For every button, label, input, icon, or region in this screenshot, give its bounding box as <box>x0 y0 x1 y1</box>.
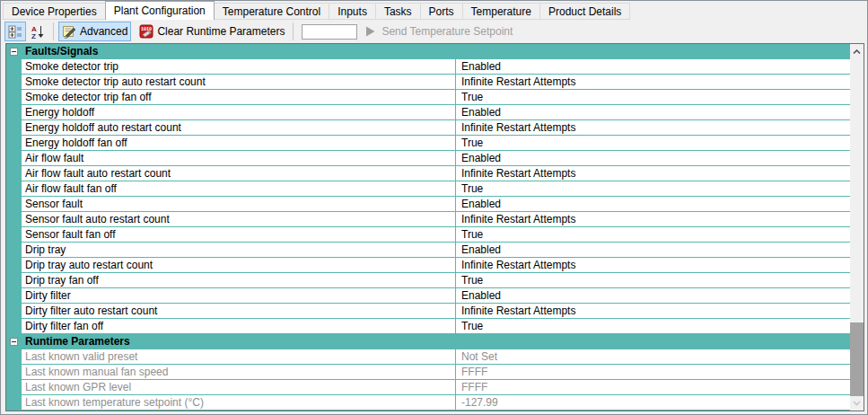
send-temperature-setpoint-button[interactable]: Send Temperature Setpoint <box>362 25 516 38</box>
property-row[interactable]: Air flow faultEnabled <box>6 151 850 166</box>
property-name: Air flow fault <box>22 151 456 165</box>
property-value[interactable]: True <box>456 227 850 242</box>
scroll-up-button[interactable] <box>850 44 864 59</box>
property-name: Dirty filter auto restart count <box>22 304 456 318</box>
property-value[interactable]: Enabled <box>456 151 850 165</box>
property-row[interactable]: Energy holdoffEnabled <box>6 105 850 120</box>
send-button-label: Send Temperature Setpoint <box>381 25 513 38</box>
property-value[interactable]: Enabled <box>456 197 850 211</box>
categorized-icon <box>8 24 22 39</box>
property-value[interactable]: True <box>456 90 850 104</box>
row-margin <box>6 59 22 74</box>
tab-product-details[interactable]: Product Details <box>539 3 630 20</box>
property-value[interactable]: True <box>456 136 850 150</box>
category-title: Runtime Parameters <box>25 335 130 348</box>
categorized-view-button[interactable] <box>4 22 26 41</box>
property-row[interactable]: Last known temperature setpoint (°C)-127… <box>6 395 850 411</box>
property-name: Last known valid preset <box>22 349 456 364</box>
property-row[interactable]: Drip tray fan offTrue <box>6 273 850 288</box>
property-name: Dirty filter fan off <box>22 319 456 333</box>
category-title: Faults/Signals <box>25 45 98 57</box>
property-row[interactable]: Air flow fault auto restart countInfinit… <box>6 166 850 181</box>
property-row[interactable]: Energy holdoff fan offTrue <box>6 136 850 151</box>
property-row[interactable]: Last known GPR levelFFFF <box>6 380 850 395</box>
tab-tasks[interactable]: Tasks <box>375 3 421 20</box>
property-name: Drip tray fan off <box>22 273 456 287</box>
property-row[interactable]: Smoke detector trip auto restart countIn… <box>6 75 850 90</box>
property-name: Smoke detector trip <box>22 59 456 74</box>
plant-configuration-window: Device PropertiesPlant ConfigurationTemp… <box>0 0 868 415</box>
property-name: Sensor fault fan off <box>22 227 456 242</box>
property-value[interactable]: Enabled <box>456 243 850 257</box>
property-row[interactable]: Last known valid presetNot Set <box>6 349 850 365</box>
property-row[interactable]: Sensor fault fan offTrue <box>6 227 850 243</box>
property-row[interactable]: Smoke detector tripEnabled <box>6 59 850 75</box>
collapse-minus-icon[interactable] <box>10 48 18 56</box>
play-arrow-icon <box>365 26 375 37</box>
sort-alphabetical-button[interactable]: A Z <box>27 22 48 41</box>
tab-device-properties[interactable]: Device Properties <box>3 3 106 20</box>
property-row[interactable]: Dirty filterEnabled <box>6 288 850 304</box>
scrollbar-thumb[interactable] <box>850 322 864 396</box>
property-value[interactable]: Enabled <box>456 105 850 119</box>
temperature-setpoint-input[interactable] <box>302 24 357 40</box>
property-name: Drip tray auto restart count <box>22 258 456 272</box>
property-row[interactable]: Sensor fault auto restart countInfinite … <box>6 212 850 227</box>
property-name: Dirty filter <box>22 288 456 303</box>
tab-inputs[interactable]: Inputs <box>329 3 376 20</box>
scroll-down-button[interactable] <box>850 395 864 411</box>
property-value[interactable]: True <box>456 181 850 196</box>
property-value: FFFF <box>456 365 850 379</box>
property-value[interactable]: Infinite Restart Attempts <box>456 120 850 135</box>
row-margin <box>6 120 22 135</box>
property-row[interactable]: Energy holdoff auto restart countInfinit… <box>6 120 850 136</box>
row-margin <box>6 349 22 364</box>
property-value[interactable]: Enabled <box>456 288 850 303</box>
property-value[interactable]: Infinite Restart Attempts <box>456 212 850 226</box>
vertical-scrollbar[interactable] <box>850 44 864 411</box>
property-name: Smoke detector trip auto restart count <box>22 75 456 89</box>
svg-text:Z: Z <box>31 32 36 40</box>
tab-temperature-control[interactable]: Temperature Control <box>214 3 329 20</box>
row-margin <box>6 166 22 181</box>
collapse-minus-icon[interactable] <box>10 338 18 346</box>
property-row[interactable]: Drip tray auto restart countInfinite Res… <box>6 258 850 273</box>
property-value[interactable]: True <box>456 319 850 333</box>
row-margin <box>6 243 22 257</box>
property-name: Sensor fault <box>22 197 456 211</box>
property-value[interactable]: Infinite Restart Attempts <box>456 166 850 181</box>
property-grid: Faults/SignalsSmoke detector tripEnabled… <box>5 43 864 411</box>
row-margin <box>6 227 22 242</box>
property-name: Last known temperature setpoint (°C) <box>22 395 456 410</box>
property-value[interactable]: Enabled <box>456 59 850 74</box>
chevron-down-icon <box>853 401 861 406</box>
toolbar-separator <box>293 22 294 40</box>
property-value[interactable]: Infinite Restart Attempts <box>456 258 850 272</box>
property-name: Sensor fault auto restart count <box>22 212 456 226</box>
category-row[interactable]: Faults/Signals <box>6 44 850 59</box>
tab-ports[interactable]: Ports <box>420 3 463 20</box>
property-row[interactable]: Dirty filter fan offTrue <box>6 319 850 334</box>
property-name: Air flow fault auto restart count <box>22 166 456 181</box>
property-row[interactable]: Last known manual fan speedFFFF <box>6 365 850 380</box>
row-margin <box>6 380 22 394</box>
property-row[interactable]: Dirty filter auto restart countInfinite … <box>6 304 850 319</box>
property-row[interactable]: Drip trayEnabled <box>6 243 850 258</box>
row-margin <box>6 75 22 89</box>
property-row[interactable]: Air flow fault fan offTrue <box>6 181 850 197</box>
tab-plant-configuration[interactable]: Plant Configuration <box>105 1 215 20</box>
property-value[interactable]: True <box>456 273 850 287</box>
property-grid-rows: Faults/SignalsSmoke detector tripEnabled… <box>6 44 850 411</box>
property-name: Smoke detector trip fan off <box>22 90 456 104</box>
property-row[interactable]: Smoke detector trip fan offTrue <box>6 90 850 105</box>
row-margin <box>6 181 22 196</box>
clear-runtime-parameters-button[interactable]: 1010 Clear Runtime Parameters <box>136 22 288 41</box>
property-value[interactable]: Infinite Restart Attempts <box>456 304 850 318</box>
tab-temperature[interactable]: Temperature <box>462 3 540 20</box>
tab-bar: Device PropertiesPlant ConfigurationTemp… <box>1 1 867 20</box>
property-row[interactable]: Sensor faultEnabled <box>6 197 850 212</box>
property-value[interactable]: Infinite Restart Attempts <box>456 75 850 89</box>
advanced-button-label: Advanced <box>80 25 127 38</box>
category-row[interactable]: Runtime Parameters <box>6 334 850 349</box>
advanced-toggle-button[interactable]: Advanced <box>58 22 131 41</box>
